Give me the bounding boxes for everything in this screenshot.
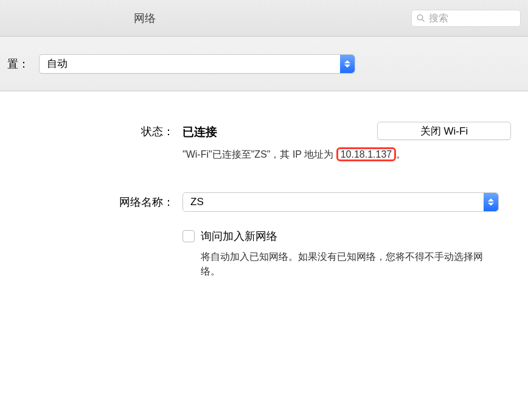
status-label: 状态： bbox=[12, 122, 182, 139]
network-name-value: ZS bbox=[183, 196, 204, 208]
content-pane: 状态： 已连接 关闭 Wi-Fi "Wi-Fi"已连接至"ZS"，其 IP 地址… bbox=[0, 91, 528, 279]
svg-point-0 bbox=[417, 15, 422, 19]
svg-line-1 bbox=[422, 19, 425, 22]
status-value: 已连接 bbox=[182, 122, 217, 140]
location-label: 置： bbox=[0, 57, 29, 71]
network-name-select[interactable]: ZS bbox=[182, 192, 499, 212]
ip-address-highlight: 10.18.1.137 bbox=[336, 147, 397, 161]
titlebar: 网络 搜索 bbox=[0, 0, 528, 37]
status-description: "Wi-Fi"已连接至"ZS"，其 IP 地址为 10.18.1.137。 bbox=[182, 147, 499, 162]
turn-off-wifi-button[interactable]: 关闭 Wi-Fi bbox=[377, 122, 511, 140]
network-name-label: 网络名称： bbox=[12, 192, 182, 209]
ask-join-checkbox[interactable] bbox=[182, 230, 195, 242]
search-input[interactable]: 搜索 bbox=[411, 10, 521, 27]
search-placeholder: 搜索 bbox=[429, 12, 448, 25]
ask-join-helper: 将自动加入已知网络。如果没有已知网络，您将不得不手动选择网络。 bbox=[201, 250, 487, 279]
stepper-icon bbox=[484, 193, 498, 211]
location-value: 自动 bbox=[40, 57, 68, 71]
search-icon bbox=[417, 14, 425, 23]
status-desc-prefix: "Wi-Fi"已连接至"ZS"，其 IP 地址为 bbox=[182, 149, 333, 159]
status-desc-suffix: 。 bbox=[396, 149, 406, 159]
ask-join-label: 询问加入新网络 bbox=[201, 229, 277, 243]
location-select[interactable]: 自动 bbox=[39, 54, 355, 74]
stepper-icon bbox=[340, 55, 355, 73]
toolbar: 置： 自动 bbox=[0, 37, 528, 91]
window-title: 网络 bbox=[134, 11, 156, 26]
